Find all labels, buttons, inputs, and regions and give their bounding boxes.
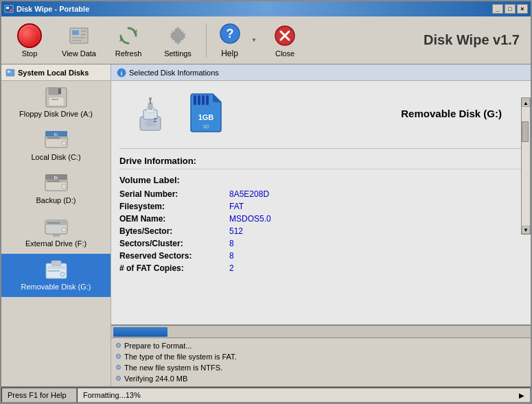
svg-rect-18 (8, 71, 10, 73)
disk-info-area: 1GB SD Removable Disk (G:) ▲ ▼ (111, 81, 531, 324)
sidebar-item-floppy[interactable]: Floppy Disk Drive (A:) (1, 81, 111, 124)
filesystem-label: Filesystem: (119, 202, 229, 211)
svg-rect-1 (6, 7, 9, 9)
svg-rect-7 (72, 37, 86, 38)
sidebar-header-icon (5, 68, 15, 78)
svg-point-26 (62, 141, 66, 145)
toolbar-right: Disk Wipe v1.7 (310, 32, 527, 48)
sidebar-item-c[interactable]: C: Local Disk (C:) (1, 124, 111, 167)
fat-label: # of FAT Copies: (119, 263, 229, 273)
svg-rect-27 (47, 137, 60, 139)
view-data-button[interactable]: View Data (55, 20, 103, 61)
reserved-value: 8 (229, 251, 234, 261)
sidebar-item-d-label: Backup (D:) (36, 196, 76, 204)
app-icon (4, 4, 14, 14)
sidebar-item-g-label: Removable Disk (G:) (21, 283, 91, 291)
log-icon-0: ⚙ (115, 340, 122, 351)
log-area: ⚙ Prepare to Format... ⚙ The type of the… (111, 338, 531, 386)
close-button[interactable]: Close (261, 20, 309, 61)
main-content: System Local Disks Floppy Disk Dri (1, 64, 531, 386)
status-help: Press F1 for Help (1, 388, 77, 403)
svg-rect-22 (49, 97, 64, 106)
help-label: Help (221, 49, 238, 58)
refresh-button[interactable]: Refresh (104, 20, 152, 61)
scroll-thumb[interactable] (522, 121, 529, 142)
fat-value: 2 (229, 263, 234, 273)
view-data-icon (67, 23, 91, 48)
progress-bar (113, 327, 167, 337)
svg-rect-59 (202, 95, 205, 105)
svg-rect-53 (149, 97, 152, 100)
svg-rect-33 (47, 180, 60, 182)
svg-rect-60 (206, 95, 209, 105)
info-row-oem: OEM Name: MSDOS5.0 (119, 214, 522, 224)
svg-rect-20 (49, 88, 60, 95)
svg-text:C:: C: (54, 132, 58, 136)
info-icon: i (117, 68, 126, 78)
svg-rect-5 (81, 30, 86, 32)
info-row-bytes: Bytes/Sector: 512 (119, 226, 522, 236)
title-bar: Disk Wipe - Portable _ □ × (1, 1, 531, 16)
svg-point-38 (62, 228, 66, 232)
toolbar-separator (206, 23, 207, 58)
sidebar-header-text: System Local Disks (18, 69, 89, 77)
log-text-3: Verifying 244.0 MB (124, 373, 187, 384)
status-help-text: Press F1 for Help (8, 391, 67, 399)
sidebar-item-g[interactable]: Removable Disk (G:) (1, 254, 111, 297)
bytes-label: Bytes/Sector: (119, 226, 229, 236)
volume-label-title: Volume Label: (119, 175, 522, 185)
sidebar: System Local Disks Floppy Disk Dri (1, 64, 111, 386)
help-dropdown-arrow[interactable]: ▼ (248, 20, 259, 61)
svg-point-2 (10, 9, 12, 12)
scrollbar[interactable]: ▲ ▼ (521, 97, 531, 235)
disk-name-label: Removable Disk (G:) (238, 108, 522, 119)
help-icon: ? (218, 22, 242, 47)
serial-value: 8A5E208D (229, 189, 269, 199)
svg-rect-39 (47, 222, 60, 224)
settings-icon (165, 23, 190, 48)
oem-value: MSDOS5.0 (229, 214, 271, 224)
sidebar-item-c-label: Local Disk (C:) (31, 153, 80, 161)
svg-text:1GB: 1GB (198, 113, 214, 121)
refresh-icon (116, 23, 141, 48)
filesystem-value: FAT (229, 202, 244, 211)
sectors-label: Sectors/Cluster: (119, 239, 229, 248)
svg-text:D:: D: (54, 176, 58, 180)
scroll-track (522, 107, 530, 226)
svg-rect-8 (72, 40, 82, 41)
info-row-filesystem: Filesystem: FAT (119, 202, 522, 211)
svg-point-45 (60, 272, 65, 276)
scroll-up[interactable]: ▲ (522, 99, 530, 107)
local-disk-icon: C: (43, 130, 70, 152)
settings-button[interactable]: Settings (154, 20, 202, 61)
info-row-reserved: Reserved Sectors: 8 (119, 251, 522, 261)
app-title: Disk Wipe v1.7 (424, 32, 520, 48)
close-window-button[interactable]: × (517, 4, 528, 14)
sidebar-item-d[interactable]: D: Backup (D:) (1, 167, 111, 211)
maximize-button[interactable]: □ (505, 4, 516, 14)
stop-button[interactable]: Stop (5, 20, 54, 61)
sidebar-items: Floppy Disk Drive (A:) C: (1, 81, 111, 386)
external-drive-icon (43, 216, 70, 238)
help-button[interactable]: ? Help (211, 20, 248, 61)
sidebar-item-floppy-label: Floppy Disk Drive (A:) (19, 110, 93, 118)
minimize-button[interactable]: _ (492, 4, 503, 14)
scroll-down[interactable]: ▼ (522, 226, 530, 234)
close-label: Close (275, 49, 294, 58)
svg-rect-40 (53, 234, 60, 237)
svg-text:SD: SD (203, 124, 209, 129)
sidebar-item-f[interactable]: External Drive (F:) (1, 211, 111, 254)
disk-visual: 1GB SD Removable Disk (G:) ▲ ▼ (119, 89, 522, 137)
view-data-label: View Data (62, 49, 96, 58)
svg-rect-42 (51, 261, 61, 266)
drive-info-title: Drive Information: (119, 156, 522, 169)
svg-rect-23 (51, 99, 58, 100)
right-panel: i Selected Disk Informations (111, 64, 531, 386)
log-icon-1: ⚙ (115, 351, 122, 362)
info-row-sectors: Sectors/Cluster: 8 (119, 239, 522, 248)
stop-icon (17, 23, 42, 48)
log-icon-2: ⚙ (115, 362, 122, 373)
status-formatting: Formatting...13% ▶ (77, 388, 531, 403)
oem-label: OEM Name: (119, 214, 229, 224)
log-text-2: The new file system is NTFS. (124, 362, 222, 373)
